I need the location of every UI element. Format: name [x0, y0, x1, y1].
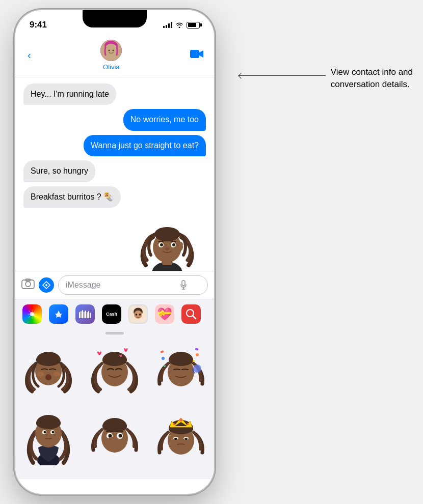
avatar [100, 40, 122, 61]
message-bubble: Breakfast burritos ? 🌯 [23, 186, 121, 208]
message-row: Sure, so hungry [23, 160, 206, 182]
input-bar: iMessage [15, 271, 214, 299]
svg-rect-21 [182, 281, 185, 286]
svg-rect-61 [160, 350, 164, 353]
notch [83, 10, 147, 27]
appstore-app-icon[interactable] [49, 304, 68, 324]
sent-sticker [23, 212, 206, 271]
svg-line-40 [193, 316, 196, 319]
svg-rect-33 [90, 313, 91, 318]
annotation-line [239, 75, 326, 76]
svg-point-60 [164, 365, 166, 367]
svg-point-47 [29, 359, 32, 362]
svg-point-37 [136, 314, 138, 316]
svg-point-49 [27, 366, 30, 368]
mic-icon [180, 280, 187, 290]
svg-point-56 [169, 354, 193, 366]
svg-rect-62 [195, 348, 199, 350]
svg-point-18 [25, 282, 31, 287]
svg-point-58 [196, 353, 199, 356]
photos-app-icon[interactable] [22, 304, 42, 324]
apps-button[interactable] [39, 277, 54, 293]
memoji-sticker-6[interactable] [148, 403, 214, 469]
memoji-sticker-5[interactable] [82, 403, 148, 469]
nav-bar: ‹ [15, 36, 214, 77]
memoji-sticker-4[interactable] [15, 403, 82, 469]
svg-point-86 [174, 438, 177, 440]
svg-point-75 [102, 420, 127, 432]
status-time: 9:41 [30, 20, 47, 30]
message-row: No worries, me too [23, 109, 206, 130]
svg-point-20 [45, 284, 47, 286]
svg-point-59 [193, 360, 195, 362]
world-app-icon[interactable] [181, 304, 201, 324]
message-bubble: No worries, me too [123, 109, 206, 130]
svg-point-4 [109, 50, 110, 51]
app-strip: Cash 💝 [15, 299, 214, 329]
svg-point-90 [187, 423, 189, 425]
svg-rect-6 [190, 50, 199, 58]
message-bubble: Sure, so hungry [23, 160, 95, 182]
svg-rect-28 [82, 310, 83, 318]
message-bubble: Hey... I'm running late [23, 83, 116, 105]
wifi-icon [175, 22, 183, 28]
signal-icon [163, 22, 172, 28]
svg-point-44 [37, 372, 44, 377]
svg-point-15 [178, 242, 183, 247]
svg-point-14 [172, 243, 175, 246]
svg-point-63 [193, 365, 201, 373]
message-bubble: Wanna just go straight to eat? [84, 135, 206, 156]
svg-point-87 [184, 438, 188, 440]
message-row: Breakfast burritos ? 🌯 [23, 186, 206, 208]
svg-point-68 [36, 417, 61, 429]
svg-rect-27 [81, 311, 82, 318]
message-row: Wanna just go straight to eat? [23, 135, 206, 156]
drag-pill [105, 332, 124, 334]
svg-point-16 [165, 247, 169, 250]
contact-button[interactable]: Olivia [100, 40, 122, 71]
svg-point-53 [102, 354, 127, 366]
chat-area: Hey... I'm running late No worries, me t… [15, 77, 214, 271]
annotation-text: View contact info and conversation detai… [331, 66, 413, 91]
soundcloud-app-icon[interactable] [75, 304, 95, 324]
appcash-app-icon[interactable]: Cash [102, 304, 121, 324]
phone-frame: 9:41 ‹ [15, 10, 214, 494]
svg-rect-30 [85, 311, 86, 318]
svg-point-88 [179, 418, 182, 422]
message-input[interactable]: iMessage [58, 275, 208, 295]
svg-rect-31 [87, 312, 88, 318]
memoji-grid [15, 337, 214, 479]
svg-point-46 [45, 374, 51, 380]
back-button[interactable]: ‹ [25, 47, 33, 63]
contact-name: Olivia [103, 63, 120, 71]
memoji-sticker-1[interactable] [15, 337, 82, 403]
svg-point-79 [119, 434, 122, 437]
svg-point-71 [44, 431, 46, 433]
svg-point-43 [36, 354, 61, 366]
svg-point-45 [53, 372, 60, 377]
svg-point-38 [139, 314, 141, 316]
memoji-sticker-2[interactable] [82, 337, 148, 403]
memoji-sticker-image [137, 212, 198, 271]
memoji-app-icon[interactable] [128, 304, 148, 324]
message-row: Hey... I'm running late [23, 83, 206, 105]
svg-point-50 [37, 352, 39, 354]
svg-point-89 [173, 423, 175, 425]
input-placeholder: iMessage [66, 281, 100, 290]
memoji-sticker-3[interactable] [148, 337, 214, 403]
svg-point-25 [30, 312, 34, 316]
svg-point-13 [160, 243, 163, 246]
video-call-button[interactable] [190, 48, 204, 63]
svg-rect-26 [79, 312, 80, 318]
svg-point-57 [162, 357, 165, 360]
svg-point-72 [52, 431, 55, 433]
svg-point-48 [33, 355, 35, 357]
svg-rect-32 [88, 311, 89, 318]
camera-button[interactable] [21, 278, 35, 292]
drag-handle [15, 329, 214, 337]
sticker-app-icon[interactable]: 💝 [155, 304, 174, 324]
svg-point-5 [113, 50, 114, 51]
svg-point-3 [107, 46, 116, 55]
battery-icon [187, 22, 200, 29]
svg-rect-29 [84, 312, 85, 318]
